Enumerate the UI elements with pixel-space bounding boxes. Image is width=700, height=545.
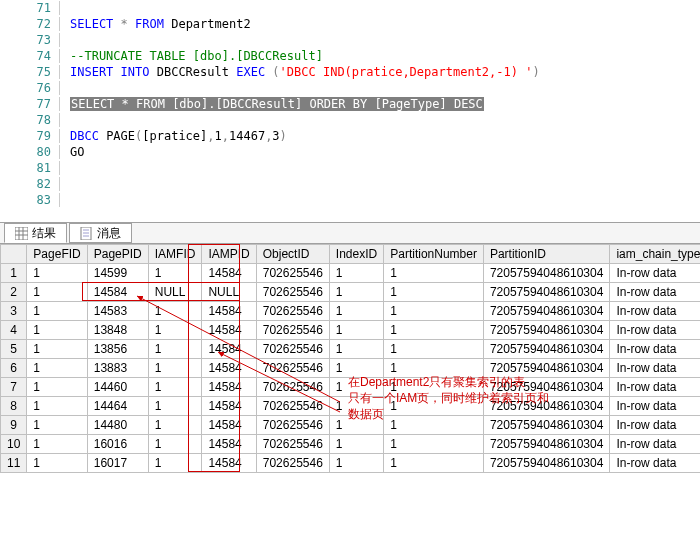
cell[interactable]: 1 [384,454,484,473]
cell[interactable]: 72057594048610304 [483,416,609,435]
cell[interactable]: 1 [27,435,87,454]
cell[interactable]: 1 [329,435,383,454]
cell[interactable]: In-row data [610,435,700,454]
cell[interactable]: 1 [329,359,383,378]
cell[interactable]: 72057594048610304 [483,283,609,302]
column-header[interactable]: PageFID [27,245,87,264]
cell[interactable]: NULL [202,283,256,302]
cell[interactable]: 1 [329,378,383,397]
cell[interactable]: 1 [329,454,383,473]
cell[interactable]: 14599 [87,264,148,283]
cell[interactable]: 1 [384,340,484,359]
cell[interactable]: 14460 [87,378,148,397]
cell[interactable]: 1 [27,321,87,340]
cell[interactable]: 1 [384,283,484,302]
cell[interactable]: 702625546 [256,378,329,397]
cell[interactable]: 702625546 [256,302,329,321]
cell[interactable]: 1 [329,302,383,321]
cell[interactable]: 1 [329,264,383,283]
cell[interactable]: In-row data [610,302,700,321]
table-row[interactable]: 4113848114584702625546117205759404861030… [1,321,701,340]
row-number[interactable]: 3 [1,302,27,321]
cell[interactable]: 1 [148,321,202,340]
cell[interactable]: 702625546 [256,283,329,302]
cell[interactable]: 14584 [202,454,256,473]
cell[interactable]: 1 [384,302,484,321]
row-number[interactable]: 8 [1,397,27,416]
cell[interactable]: 13883 [87,359,148,378]
cell[interactable]: 1 [27,378,87,397]
column-header[interactable]: PartitionNumber [384,245,484,264]
table-row[interactable]: 7114460114584702625546117205759404861030… [1,378,701,397]
results-grid[interactable]: PageFIDPagePIDIAMFIDIAMPIDObjectIDIndexI… [0,244,700,473]
cell[interactable]: In-row data [610,264,700,283]
cell[interactable]: 72057594048610304 [483,397,609,416]
cell[interactable]: 14584 [202,397,256,416]
cell[interactable]: 14584 [202,340,256,359]
cell[interactable]: 702625546 [256,264,329,283]
table-row[interactable]: 1114599114584702625546117205759404861030… [1,264,701,283]
cell[interactable]: 14584 [202,321,256,340]
table-row[interactable]: 2114584NULLNULL7026255461172057594048610… [1,283,701,302]
cell[interactable]: 1 [384,359,484,378]
cell[interactable]: 1 [329,283,383,302]
cell[interactable]: In-row data [610,397,700,416]
column-header[interactable]: PagePID [87,245,148,264]
column-header[interactable]: ObjectID [256,245,329,264]
cell[interactable]: 1 [27,359,87,378]
cell[interactable]: 72057594048610304 [483,359,609,378]
table-row[interactable]: 6113883114584702625546117205759404861030… [1,359,701,378]
cell[interactable]: 1 [148,359,202,378]
row-number[interactable]: 6 [1,359,27,378]
cell[interactable]: 72057594048610304 [483,321,609,340]
row-number[interactable]: 11 [1,454,27,473]
cell[interactable]: 14584 [202,378,256,397]
cell[interactable]: 702625546 [256,435,329,454]
cell[interactable]: In-row data [610,283,700,302]
cell[interactable]: In-row data [610,359,700,378]
row-number[interactable]: 5 [1,340,27,359]
cell[interactable]: 1 [148,378,202,397]
cell[interactable]: 1 [27,264,87,283]
cell[interactable]: 1 [329,340,383,359]
sql-editor[interactable]: 7172SELECT * FROM Department27374--TRUNC… [0,0,700,222]
cell[interactable]: 1 [384,397,484,416]
cell[interactable]: 1 [384,321,484,340]
cell[interactable]: 14584 [202,416,256,435]
cell[interactable]: 14464 [87,397,148,416]
cell[interactable]: 702625546 [256,340,329,359]
cell[interactable]: 1 [27,283,87,302]
cell[interactable]: 1 [148,302,202,321]
cell[interactable]: 1 [384,435,484,454]
messages-tab[interactable]: 消息 [69,223,132,243]
cell[interactable]: 13856 [87,340,148,359]
table-row[interactable]: 1111601711458470262554611720575940486103… [1,454,701,473]
cell[interactable]: 14584 [202,359,256,378]
cell[interactable]: In-row data [610,340,700,359]
cell[interactable]: 702625546 [256,397,329,416]
cell[interactable]: In-row data [610,321,700,340]
cell[interactable]: 1 [148,416,202,435]
cell[interactable]: 1 [27,397,87,416]
column-header[interactable]: PartitionID [483,245,609,264]
cell[interactable]: 13848 [87,321,148,340]
cell[interactable]: 1 [329,321,383,340]
cell[interactable]: 702625546 [256,321,329,340]
cell[interactable]: 14584 [202,302,256,321]
cell[interactable]: 702625546 [256,359,329,378]
cell[interactable]: 1 [148,397,202,416]
results-grid-wrap[interactable]: PageFIDPagePIDIAMFIDIAMPIDObjectIDIndexI… [0,244,700,544]
row-number[interactable]: 10 [1,435,27,454]
cell[interactable]: In-row data [610,416,700,435]
cell[interactable]: 16017 [87,454,148,473]
cell[interactable]: 72057594048610304 [483,378,609,397]
row-number[interactable]: 4 [1,321,27,340]
results-tab[interactable]: 结果 [4,223,67,243]
cell[interactable]: 1 [384,378,484,397]
cell[interactable]: 1 [148,454,202,473]
cell[interactable]: 1 [329,397,383,416]
row-number[interactable]: 2 [1,283,27,302]
column-header[interactable]: IAMPID [202,245,256,264]
cell[interactable]: In-row data [610,378,700,397]
column-header[interactable]: IndexID [329,245,383,264]
